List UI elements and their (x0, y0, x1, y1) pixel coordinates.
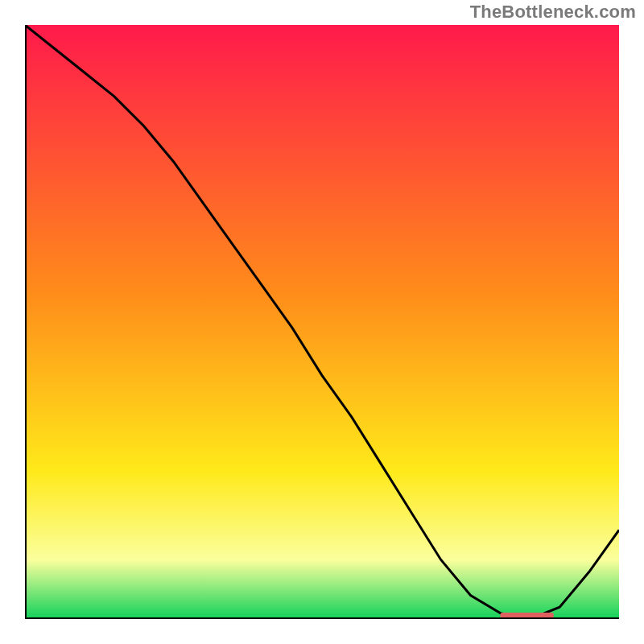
watermark-text: TheBottleneck.com (470, 2, 636, 23)
gradient-background (25, 25, 619, 619)
chart-svg (25, 25, 619, 619)
chart-container: TheBottleneck.com (0, 0, 644, 644)
optimal-range-marker (500, 613, 553, 618)
plot-area (25, 25, 619, 619)
